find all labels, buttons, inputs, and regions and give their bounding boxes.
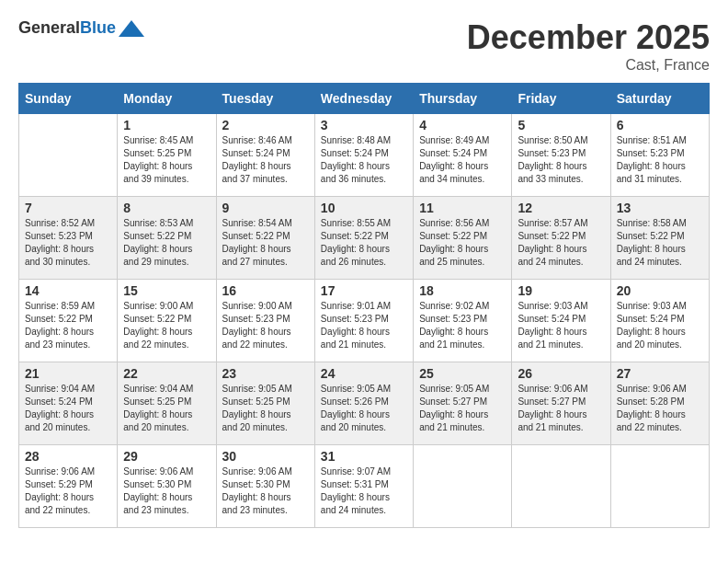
day-number: 10 <box>321 201 407 215</box>
calendar-cell: 20Sunrise: 9:03 AMSunset: 5:24 PMDayligh… <box>610 280 709 362</box>
calendar-cell: 15Sunrise: 9:00 AMSunset: 5:22 PMDayligh… <box>118 280 216 362</box>
location-title: Cast, France <box>467 57 710 74</box>
day-info: Sunrise: 8:45 AMSunset: 5:25 PMDaylight:… <box>123 134 210 186</box>
calendar-cell: 19Sunrise: 9:03 AMSunset: 5:24 PMDayligh… <box>512 280 610 362</box>
day-number: 16 <box>222 283 309 298</box>
calendar-cell: 27Sunrise: 9:06 AMSunset: 5:28 PMDayligh… <box>610 362 709 445</box>
calendar-cell: 25Sunrise: 9:05 AMSunset: 5:27 PMDayligh… <box>414 362 512 445</box>
calendar-cell: 10Sunrise: 8:55 AMSunset: 5:22 PMDayligh… <box>314 197 413 280</box>
day-info: Sunrise: 9:03 AMSunset: 5:24 PMDaylight:… <box>518 300 604 351</box>
calendar-table: SundayMondayTuesdayWednesdayThursdayFrid… <box>18 83 710 528</box>
day-info: Sunrise: 8:58 AMSunset: 5:22 PMDaylight:… <box>617 217 703 269</box>
month-title: December 2025 <box>467 18 710 57</box>
day-number: 15 <box>123 283 210 298</box>
day-info: Sunrise: 9:05 AMSunset: 5:26 PMDaylight:… <box>321 383 407 434</box>
calendar-cell <box>610 445 709 528</box>
calendar-cell: 5Sunrise: 8:50 AMSunset: 5:23 PMDaylight… <box>512 114 610 197</box>
day-info: Sunrise: 8:53 AMSunset: 5:22 PMDaylight:… <box>123 217 210 269</box>
day-number: 6 <box>617 118 703 132</box>
day-number: 26 <box>518 366 604 381</box>
calendar-cell: 12Sunrise: 8:57 AMSunset: 5:22 PMDayligh… <box>512 197 610 280</box>
day-number: 2 <box>222 118 309 132</box>
day-info: Sunrise: 9:06 AMSunset: 5:29 PMDaylight:… <box>25 465 111 517</box>
day-number: 29 <box>123 449 210 464</box>
day-info: Sunrise: 9:00 AMSunset: 5:22 PMDaylight:… <box>123 300 210 351</box>
calendar-cell: 11Sunrise: 8:56 AMSunset: 5:22 PMDayligh… <box>414 197 512 280</box>
calendar-cell: 4Sunrise: 8:49 AMSunset: 5:24 PMDaylight… <box>414 114 512 197</box>
day-number: 3 <box>321 118 407 132</box>
day-number: 27 <box>617 366 703 381</box>
day-info: Sunrise: 9:06 AMSunset: 5:30 PMDaylight:… <box>123 465 210 517</box>
day-info: Sunrise: 8:57 AMSunset: 5:22 PMDaylight:… <box>518 217 604 269</box>
day-number: 24 <box>321 366 407 381</box>
weekday-header-monday: Monday <box>118 84 216 114</box>
day-info: Sunrise: 8:59 AMSunset: 5:22 PMDaylight:… <box>25 300 111 351</box>
calendar-cell: 14Sunrise: 8:59 AMSunset: 5:22 PMDayligh… <box>19 280 118 362</box>
calendar-row-1: 7Sunrise: 8:52 AMSunset: 5:23 PMDaylight… <box>19 197 710 280</box>
day-number: 30 <box>222 449 309 464</box>
day-number: 19 <box>518 283 604 298</box>
day-number: 12 <box>518 201 604 215</box>
calendar-row-3: 21Sunrise: 9:04 AMSunset: 5:24 PMDayligh… <box>19 362 710 445</box>
weekday-header-friday: Friday <box>512 84 610 114</box>
day-info: Sunrise: 8:56 AMSunset: 5:22 PMDaylight:… <box>419 217 506 269</box>
day-number: 17 <box>321 283 407 298</box>
calendar-row-4: 28Sunrise: 9:06 AMSunset: 5:29 PMDayligh… <box>19 445 710 528</box>
page-header: GeneralBlue December 2025 Cast, France <box>18 18 710 74</box>
calendar-cell: 6Sunrise: 8:51 AMSunset: 5:23 PMDaylight… <box>610 114 709 197</box>
day-number: 14 <box>25 283 111 298</box>
calendar-cell: 3Sunrise: 8:48 AMSunset: 5:24 PMDaylight… <box>314 114 413 197</box>
day-info: Sunrise: 9:02 AMSunset: 5:23 PMDaylight:… <box>419 300 506 351</box>
calendar-cell: 23Sunrise: 9:05 AMSunset: 5:25 PMDayligh… <box>216 362 314 445</box>
calendar-cell: 9Sunrise: 8:54 AMSunset: 5:22 PMDaylight… <box>216 197 314 280</box>
logo-general-text: GeneralBlue <box>18 18 116 38</box>
day-number: 28 <box>25 449 111 464</box>
calendar-cell: 2Sunrise: 8:46 AMSunset: 5:24 PMDaylight… <box>216 114 314 197</box>
weekday-header-thursday: Thursday <box>414 84 512 114</box>
calendar-cell: 24Sunrise: 9:05 AMSunset: 5:26 PMDayligh… <box>314 362 413 445</box>
day-info: Sunrise: 9:06 AMSunset: 5:27 PMDaylight:… <box>518 383 604 434</box>
day-number: 1 <box>123 118 210 132</box>
calendar-cell: 28Sunrise: 9:06 AMSunset: 5:29 PMDayligh… <box>19 445 118 528</box>
day-number: 23 <box>222 366 309 381</box>
logo: GeneralBlue <box>18 18 144 38</box>
day-number: 9 <box>222 201 309 215</box>
logo-text-blue-suffix: Blue <box>80 18 116 37</box>
svg-marker-0 <box>119 20 144 37</box>
day-info: Sunrise: 8:46 AMSunset: 5:24 PMDaylight:… <box>222 134 309 186</box>
day-info: Sunrise: 9:07 AMSunset: 5:31 PMDaylight:… <box>321 465 407 517</box>
calendar-cell: 16Sunrise: 9:00 AMSunset: 5:23 PMDayligh… <box>216 280 314 362</box>
day-number: 11 <box>419 201 506 215</box>
day-info: Sunrise: 9:03 AMSunset: 5:24 PMDaylight:… <box>617 300 703 351</box>
day-info: Sunrise: 8:48 AMSunset: 5:24 PMDaylight:… <box>321 134 407 186</box>
day-number: 4 <box>419 118 506 132</box>
weekday-header-saturday: Saturday <box>610 84 709 114</box>
day-info: Sunrise: 8:49 AMSunset: 5:24 PMDaylight:… <box>419 134 506 186</box>
calendar-cell <box>19 114 118 197</box>
weekday-header-tuesday: Tuesday <box>216 84 314 114</box>
day-number: 7 <box>25 201 111 215</box>
weekday-header-wednesday: Wednesday <box>314 84 413 114</box>
day-info: Sunrise: 8:55 AMSunset: 5:22 PMDaylight:… <box>321 217 407 269</box>
day-number: 18 <box>419 283 506 298</box>
day-number: 22 <box>123 366 210 381</box>
day-info: Sunrise: 9:05 AMSunset: 5:27 PMDaylight:… <box>419 383 506 434</box>
weekday-header-row: SundayMondayTuesdayWednesdayThursdayFrid… <box>19 84 710 114</box>
calendar-row-0: 1Sunrise: 8:45 AMSunset: 5:25 PMDaylight… <box>19 114 710 197</box>
day-info: Sunrise: 9:01 AMSunset: 5:23 PMDaylight:… <box>321 300 407 351</box>
calendar-row-2: 14Sunrise: 8:59 AMSunset: 5:22 PMDayligh… <box>19 280 710 362</box>
day-info: Sunrise: 9:05 AMSunset: 5:25 PMDaylight:… <box>222 383 309 434</box>
day-number: 13 <box>617 201 703 215</box>
weekday-header-sunday: Sunday <box>19 84 118 114</box>
day-info: Sunrise: 9:00 AMSunset: 5:23 PMDaylight:… <box>222 300 309 351</box>
day-info: Sunrise: 8:50 AMSunset: 5:23 PMDaylight:… <box>518 134 604 186</box>
calendar-cell: 22Sunrise: 9:04 AMSunset: 5:25 PMDayligh… <box>118 362 216 445</box>
day-number: 8 <box>123 201 210 215</box>
calendar-cell: 1Sunrise: 8:45 AMSunset: 5:25 PMDaylight… <box>118 114 216 197</box>
calendar-cell: 18Sunrise: 9:02 AMSunset: 5:23 PMDayligh… <box>414 280 512 362</box>
calendar-cell: 21Sunrise: 9:04 AMSunset: 5:24 PMDayligh… <box>19 362 118 445</box>
day-info: Sunrise: 8:52 AMSunset: 5:23 PMDaylight:… <box>25 217 111 269</box>
calendar-cell <box>414 445 512 528</box>
calendar-cell: 13Sunrise: 8:58 AMSunset: 5:22 PMDayligh… <box>610 197 709 280</box>
calendar-cell <box>512 445 610 528</box>
